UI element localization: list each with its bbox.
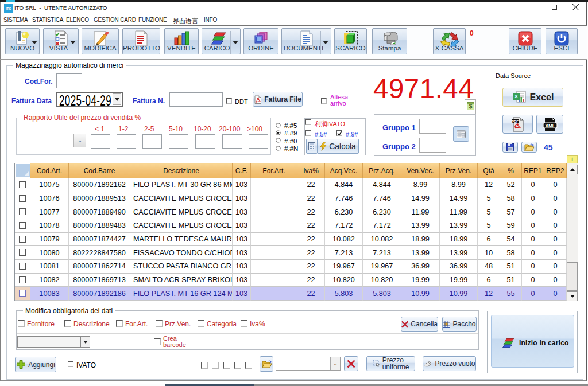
svg-text:$: $: [469, 103, 473, 110]
svg-text:XML: XML: [545, 123, 555, 128]
svg-text:PDF: PDF: [512, 120, 519, 123]
svg-text:X: X: [514, 93, 518, 99]
